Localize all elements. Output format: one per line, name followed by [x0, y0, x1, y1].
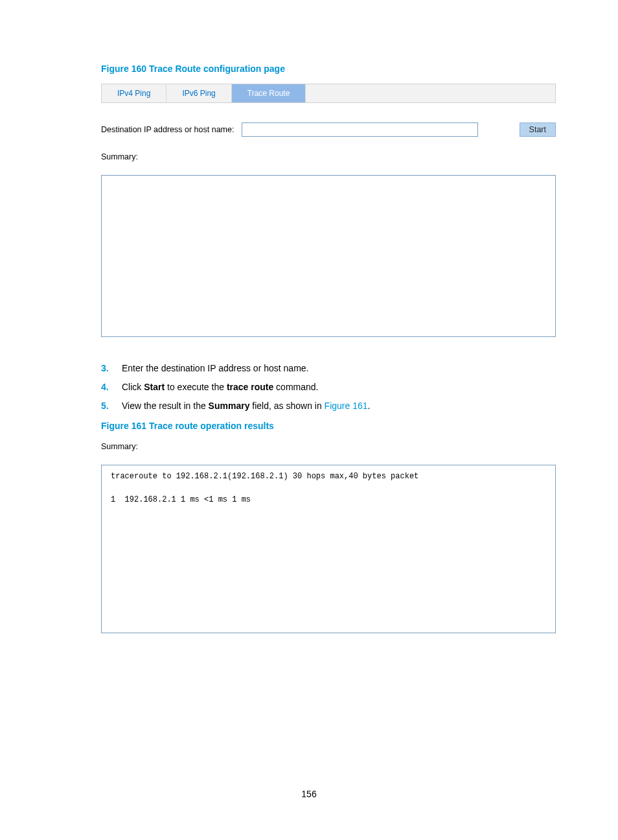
bold-trace-route: trace route	[227, 382, 273, 392]
step-text: View the result in the Summary field, as…	[122, 399, 370, 413]
tab-filler	[306, 84, 555, 102]
figure-161-link[interactable]: Figure 161	[325, 401, 368, 411]
step-number: 3.	[101, 362, 122, 375]
step-text: Click Start to execute the trace route c…	[122, 380, 318, 394]
step-4: 4. Click Start to execute the trace rout…	[101, 380, 556, 394]
tab-ipv4-ping[interactable]: IPv4 Ping	[102, 84, 166, 102]
figure-160-caption: Figure 160 Trace Route configuration pag…	[101, 62, 556, 76]
step-text: Enter the destination IP address or host…	[122, 362, 308, 375]
step-list: 3. Enter the destination IP address or h…	[101, 362, 556, 413]
bold-summary: Summary	[209, 401, 250, 411]
text: to execute the	[165, 382, 227, 392]
summary-label-160: Summary:	[101, 151, 556, 163]
start-button[interactable]: Start	[520, 122, 556, 137]
step-3: 3. Enter the destination IP address or h…	[101, 362, 556, 375]
tab-trace-route[interactable]: Trace Route	[232, 84, 306, 102]
step-5: 5. View the result in the Summary field,…	[101, 399, 556, 413]
destination-label: Destination IP address or host name:	[101, 124, 234, 136]
summary-output-161: traceroute to 192.168.2.1(192.168.2.1) 3…	[101, 465, 556, 633]
text: .	[368, 401, 371, 411]
summary-output-160	[101, 175, 556, 337]
page-number: 156	[0, 788, 618, 801]
text: command.	[273, 382, 318, 392]
text: Click	[122, 382, 144, 392]
bold-start: Start	[144, 382, 165, 392]
destination-row: Destination IP address or host name: Sta…	[101, 122, 556, 137]
figure-161-caption: Figure 161 Trace route operation results	[101, 419, 556, 433]
step-number: 5.	[101, 399, 122, 413]
destination-input[interactable]	[242, 122, 477, 137]
step-number: 4.	[101, 380, 122, 394]
tab-bar: IPv4 Ping IPv6 Ping Trace Route	[101, 84, 556, 103]
tab-ipv6-ping[interactable]: IPv6 Ping	[166, 84, 231, 102]
text: field, as shown in	[249, 401, 324, 411]
text: View the result in the	[122, 401, 209, 411]
summary-label-161: Summary:	[101, 441, 556, 453]
